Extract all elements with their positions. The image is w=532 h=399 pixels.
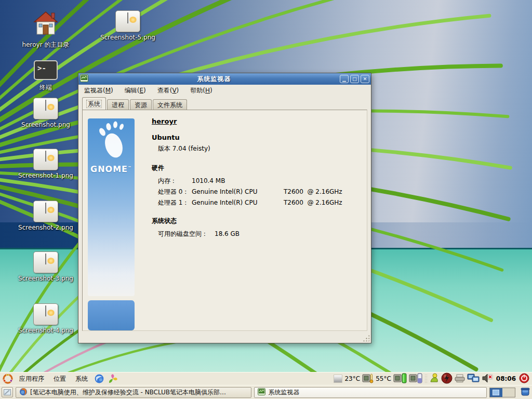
places-menu[interactable]: 位置	[50, 374, 69, 384]
menubar: 监视器(M) 编辑(E) 查看(V) 帮助(H)	[78, 85, 371, 97]
ubuntu-logo-icon[interactable]	[3, 374, 13, 384]
gnome-brand-text: GNOME™	[88, 164, 135, 174]
volume-muted-icon[interactable]	[482, 373, 493, 385]
system-status-heading: 系统状态	[152, 217, 360, 225]
workspace-1[interactable]	[490, 388, 502, 397]
taskbar-panel: [笔记本电脑使用、维护及保修经验交流 - NBCLUB笔记本电脑俱乐部… 系统监…	[0, 385, 532, 399]
desktop-icon-label: Screenshot-4.png	[9, 327, 82, 334]
tray-separator	[424, 374, 427, 383]
gnome-panel: 应用程序 位置 系统 23°C 55°C	[0, 372, 532, 385]
tab-system[interactable]: 系统	[82, 97, 106, 110]
menu-view[interactable]: 查看(V)	[157, 86, 179, 95]
cpufreq-applet-icon[interactable]	[334, 375, 342, 383]
cpu-temperature: 55°C	[376, 375, 391, 382]
app-launcher-icon[interactable]	[108, 374, 118, 384]
tab-filesystems[interactable]: 文件系统	[153, 99, 187, 110]
quit-power-icon[interactable]	[519, 373, 529, 385]
system-tray: 23°C 55°C	[334, 373, 529, 385]
window-title: 系统监视器	[90, 75, 338, 84]
home-icon	[32, 10, 59, 39]
system-info: heroyr Ubuntu 版本 7.04 (feisty) 硬件 内存： 10…	[152, 117, 360, 240]
browser-launcher-icon[interactable]	[94, 374, 104, 384]
cpu1-label: 处理器 1：	[158, 199, 189, 206]
clock[interactable]: 08:06	[495, 375, 517, 382]
desktop-icon-screenshot-2[interactable]: Screenshot-2.png	[9, 201, 82, 231]
cpu-usage-chip-icon[interactable]	[393, 373, 407, 385]
desktop-icon-label: Screenshot.png	[9, 121, 82, 128]
desktop-icon-screenshot-5[interactable]: Screenshot-5.png	[91, 10, 164, 41]
disk-value: 18.6 GB	[215, 229, 240, 240]
window-bottom-strip	[78, 331, 371, 343]
system-monitor-window-icon	[80, 74, 88, 84]
distro-name: Ubuntu	[152, 134, 360, 141]
cpu0-detail: T2600 @ 2.16GHz	[284, 187, 342, 197]
system-menu[interactable]: 系统	[72, 374, 91, 384]
desktop-icon-label: Screenshot-2.png	[9, 224, 82, 231]
disk-label: 可用的磁盘空间：	[158, 230, 208, 237]
gnome-foot-icon	[88, 118, 135, 163]
image-thumbnail-icon	[33, 251, 58, 273]
sensor-chip-thermometer-icon[interactable]	[362, 373, 374, 385]
network-monitor-icon[interactable]	[467, 373, 480, 385]
desktop-icon-home[interactable]: heroyr 的主目录	[9, 10, 82, 48]
svg-text:>-: >-	[37, 64, 46, 72]
tab-processes[interactable]: 进程	[107, 99, 129, 110]
system-monitor-icon	[258, 388, 265, 397]
desktop-icon-terminal[interactable]: >- 终端	[9, 60, 82, 91]
workspace-window-thumb	[493, 390, 499, 395]
cpu0-row: 处理器 0： Genuine Intel(R) CPU T2600 @ 2.16…	[152, 187, 360, 197]
cpu1-row: 处理器 1： Genuine Intel(R) CPU T2600 @ 2.16…	[152, 197, 360, 208]
power-manager-icon[interactable]	[441, 373, 453, 385]
hardware-heading: 硬件	[152, 164, 360, 172]
desktop-icon-label: Screenshot-1.png	[9, 172, 82, 179]
image-thumbnail-icon	[33, 98, 58, 119]
desktop-icon-label: 终端	[9, 84, 82, 91]
hostname: heroyr	[152, 117, 360, 125]
firefox-icon	[19, 388, 28, 397]
notification-user-icon[interactable]	[429, 373, 439, 384]
workspace-2[interactable]	[502, 388, 515, 397]
terminal-icon: >-	[34, 60, 58, 82]
desktop-icon-screenshot-4[interactable]: Screenshot-4.png	[9, 303, 82, 334]
cpu0-model: Genuine Intel(R) CPU	[192, 187, 258, 197]
image-thumbnail-icon	[33, 303, 58, 325]
ambient-temperature: 23°C	[344, 375, 360, 382]
task-label: [笔记本电脑使用、维护及保修经验交流 - NBCLUB笔记本电脑俱乐部…	[30, 388, 226, 397]
task-button-system-monitor[interactable]: 系统监视器	[254, 387, 487, 398]
desktop-icon-label: Screenshot-3.png	[9, 275, 82, 282]
memory-row: 内存： 1010.4 MB	[152, 176, 360, 187]
disk-row: 可用的磁盘空间： 18.6 GB	[152, 229, 360, 240]
menu-help[interactable]: 帮助(H)	[190, 86, 212, 95]
cpu1-detail: T2600 @ 2.16GHz	[284, 197, 342, 208]
task-button-firefox[interactable]: [笔记本电脑使用、维护及保修经验交流 - NBCLUB笔记本电脑俱乐部…	[16, 387, 252, 398]
task-label: 系统监视器	[268, 388, 299, 397]
memory-usage-chip-icon[interactable]	[409, 373, 422, 385]
system-tab-page: GNOME™ heroyr Ubuntu 版本 7.04 (feisty) 硬件…	[82, 110, 367, 331]
desktop-icon-screenshot-1[interactable]: Screenshot-1.png	[9, 149, 82, 179]
cpu0-label: 处理器 0：	[158, 188, 189, 195]
cpu1-model: Genuine Intel(R) CPU	[192, 197, 258, 208]
menu-edit[interactable]: 编辑(E)	[125, 86, 146, 95]
system-monitor-window: 系统监视器 ▁ □ ✕ 监视器(M) 编辑(E) 查看(V) 帮助(H) 系统 …	[78, 73, 371, 343]
printer-icon[interactable]	[455, 374, 465, 384]
desktop-icon-label: Screenshot-5.png	[91, 34, 164, 41]
image-thumbnail-icon	[33, 201, 58, 222]
image-thumbnail-icon	[33, 149, 58, 170]
trash-applet-icon[interactable]	[520, 387, 530, 398]
tabstrip: 系统 进程 资源 文件系统	[78, 97, 371, 110]
desktop-icon-screenshot-3[interactable]: Screenshot-3.png	[9, 251, 82, 282]
tab-resources[interactable]: 资源	[130, 99, 152, 110]
applications-menu[interactable]: 应用程序	[16, 374, 47, 384]
window-titlebar[interactable]: 系统监视器 ▁ □ ✕	[78, 73, 371, 85]
memory-label: 内存：	[158, 177, 177, 184]
menu-monitor[interactable]: 监视器(M)	[84, 86, 113, 95]
resize-grip[interactable]	[363, 335, 369, 341]
show-desktop-button[interactable]	[2, 387, 13, 397]
gnome-banner: GNOME™	[88, 118, 135, 296]
close-button[interactable]: ✕	[361, 75, 369, 83]
desktop-icon-screenshot[interactable]: Screenshot.png	[9, 98, 82, 128]
maximize-button[interactable]: □	[350, 75, 359, 83]
desktop-icon-label: heroyr 的主目录	[9, 41, 82, 48]
minimize-button[interactable]: ▁	[340, 75, 349, 83]
memory-value: 1010.4 MB	[192, 176, 225, 187]
